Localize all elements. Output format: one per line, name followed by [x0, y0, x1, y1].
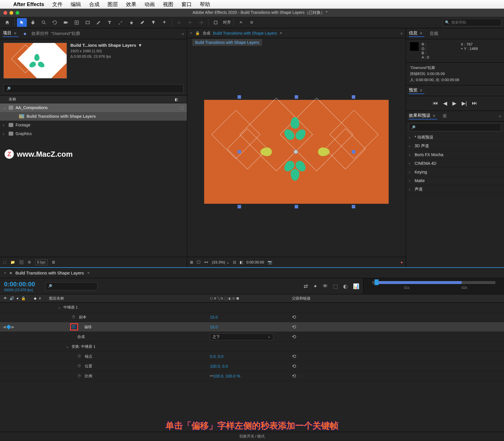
- tab-audio[interactable]: 音频: [430, 31, 438, 36]
- project-settings-icon[interactable]: ⚙: [28, 260, 31, 264]
- timeline-search[interactable]: 🔎: [46, 282, 97, 290]
- roto-brush-tool[interactable]: [148, 18, 158, 27]
- solo-col-icon[interactable]: ●: [16, 296, 19, 300]
- brush-tool[interactable]: [116, 18, 125, 27]
- viewer-grid-icon[interactable]: ⊞: [190, 260, 193, 264]
- prop-value[interactable]: 0.0, 0.0: [210, 354, 223, 359]
- lock-col-icon[interactable]: 🔒: [21, 296, 26, 300]
- menu-help[interactable]: 帮助: [200, 1, 210, 8]
- prop-value[interactable]: 100.0, 100.0 %: [213, 374, 240, 378]
- constrain-icon[interactable]: ⚯: [210, 374, 213, 378]
- pan-behind-tool[interactable]: [72, 18, 82, 27]
- tl-row-position[interactable]: ⏱位置 100.0, 0.0 ⟲: [0, 361, 504, 371]
- selection-tool[interactable]: [17, 18, 27, 27]
- parent-col[interactable]: 父级和链接: [292, 296, 311, 301]
- last-frame-button[interactable]: ⏭: [472, 100, 477, 106]
- comp-thumbnail[interactable]: [3, 43, 67, 79]
- camera-tool[interactable]: [61, 18, 71, 27]
- composition-canvas[interactable]: [204, 100, 389, 204]
- motion-blur-icon[interactable]: ◐: [343, 283, 348, 289]
- clone-stamp-tool[interactable]: [127, 18, 136, 27]
- panel-menu-icon[interactable]: ≡: [87, 271, 92, 275]
- timeline-tab-name[interactable]: Build Transitions with Shape Layers: [15, 270, 84, 275]
- viewer-display-icon[interactable]: 🖵: [197, 260, 200, 264]
- shy-icon[interactable]: 👁: [323, 283, 328, 289]
- tl-row-copies[interactable]: ⏱副本 15.0 ⟲: [0, 312, 504, 322]
- axis-mode-icon[interactable]: [174, 18, 184, 27]
- tab-preview[interactable]: 预览≡: [409, 87, 424, 94]
- expand-arrow-icon[interactable]: ⌄: [58, 305, 61, 309]
- next-frame-button[interactable]: ▶|: [462, 100, 467, 106]
- mask-mode-icon[interactable]: ✕: [236, 18, 246, 27]
- menu-composition[interactable]: 合成: [89, 1, 99, 8]
- tab-library[interactable]: 库: [443, 113, 447, 119]
- search-help-input[interactable]: [451, 20, 500, 25]
- tl-row-anchor[interactable]: ⏱锚点 0.0, 0.0 ⟲: [0, 352, 504, 361]
- col-name[interactable]: 名称: [9, 97, 16, 102]
- tab-effect-controls[interactable]: 效果控件 "Diamond"轮廓: [31, 31, 80, 36]
- close-tab-icon[interactable]: ×: [4, 271, 6, 275]
- tl-row-repeater[interactable]: ⌄中继器 1: [0, 302, 504, 312]
- maximize-window-button[interactable]: [16, 11, 19, 15]
- link-icon[interactable]: ⟲: [292, 334, 296, 340]
- fx-category[interactable]: ›Matte: [406, 176, 504, 185]
- label-col-icon[interactable]: ◆: [34, 296, 37, 300]
- expand-arrow-icon[interactable]: ›: [3, 123, 6, 127]
- comp-tab-name[interactable]: Build Transitions with Shape Layers: [213, 31, 277, 35]
- timeline-ruler[interactable]: 01s 02s: [363, 278, 504, 294]
- link-icon[interactable]: ⟲: [292, 373, 296, 379]
- viewer-mask-icon[interactable]: 👓: [204, 260, 208, 264]
- bpc-button[interactable]: 8 bpc: [35, 259, 48, 265]
- snap-checkbox[interactable]: [211, 18, 221, 27]
- expand-arrow-icon[interactable]: ⌄: [3, 105, 6, 110]
- stopwatch-icon[interactable]: ⏱: [72, 325, 77, 329]
- current-time[interactable]: 0:00:00:00: [4, 281, 35, 288]
- index-col[interactable]: #: [39, 296, 41, 300]
- interpret-footage-icon[interactable]: ⬚: [3, 260, 6, 264]
- first-frame-button[interactable]: ⏮: [433, 100, 438, 106]
- comp-flowchart-icon[interactable]: ⇄: [304, 283, 308, 289]
- new-comp-icon[interactable]: ⬛: [19, 260, 24, 264]
- fx-category[interactable]: ›* 动画预设: [406, 133, 504, 142]
- composite-dropdown[interactable]: 之下⌄: [210, 333, 273, 340]
- prop-value[interactable]: 100.0, 0.0: [210, 364, 228, 369]
- axis-mode-3-icon[interactable]: [196, 18, 206, 27]
- rectangle-tool[interactable]: [83, 18, 93, 27]
- menu-file[interactable]: 文件: [52, 1, 63, 8]
- stopwatch-icon[interactable]: ⏱: [77, 374, 82, 378]
- link-icon[interactable]: ⟲: [292, 353, 296, 360]
- fx-category[interactable]: ›CINEMA 4D: [406, 159, 504, 168]
- visibility-col-icon[interactable]: 👁: [3, 296, 7, 300]
- hand-tool[interactable]: [28, 18, 38, 27]
- effects-search[interactable]: 🔎: [409, 123, 501, 131]
- viewer-time[interactable]: 0:00:00:00: [247, 260, 264, 264]
- viewer-roi-icon[interactable]: ◧: [240, 260, 243, 264]
- folder-flow-icon[interactable]: ⬚: [180, 105, 184, 110]
- breadcrumb-item[interactable]: Build Transitions with Shape Layers: [192, 39, 262, 46]
- tab-project[interactable]: 项目≡: [3, 30, 18, 37]
- chevron-down-icon[interactable]: ▼: [138, 43, 142, 48]
- menu-effect[interactable]: 效果: [126, 1, 136, 8]
- app-name[interactable]: After Effects: [13, 1, 44, 8]
- tl-row-transform[interactable]: ⌄变换: 中继器 1: [0, 342, 504, 352]
- frame-blend-icon[interactable]: ⬚: [333, 283, 338, 289]
- project-search[interactable]: 🔎: [3, 84, 183, 93]
- expand-arrow-icon[interactable]: ›: [3, 131, 6, 136]
- viewer-resolution-icon[interactable]: ⊡: [233, 260, 236, 264]
- link-icon[interactable]: ⟲: [292, 324, 296, 330]
- keyframe-diamond-icon[interactable]: [6, 324, 11, 329]
- stopwatch-icon[interactable]: ⏱: [77, 364, 82, 368]
- tab-info[interactable]: 信息≡: [409, 30, 424, 37]
- playhead-icon[interactable]: [375, 279, 379, 285]
- tree-folder-graphics[interactable]: › Graphics: [0, 129, 187, 138]
- stopwatch-icon[interactable]: ⏱: [77, 354, 82, 358]
- tree-comp-build-transitions[interactable]: Build Transitions with Shape Layers: [0, 112, 187, 121]
- eraser-tool[interactable]: [138, 18, 147, 27]
- zoom-tool[interactable]: [39, 18, 49, 27]
- tl-row-composite[interactable]: 合成 之下⌄ ⟲: [0, 332, 504, 342]
- panel-menu-icon[interactable]: ≡: [14, 31, 18, 35]
- settings-icon[interactable]: ⚙: [247, 18, 257, 27]
- panel-menu-icon[interactable]: ≡: [280, 31, 284, 35]
- layer-name-col[interactable]: 图层名称: [49, 296, 64, 301]
- project-search-input[interactable]: [11, 87, 181, 91]
